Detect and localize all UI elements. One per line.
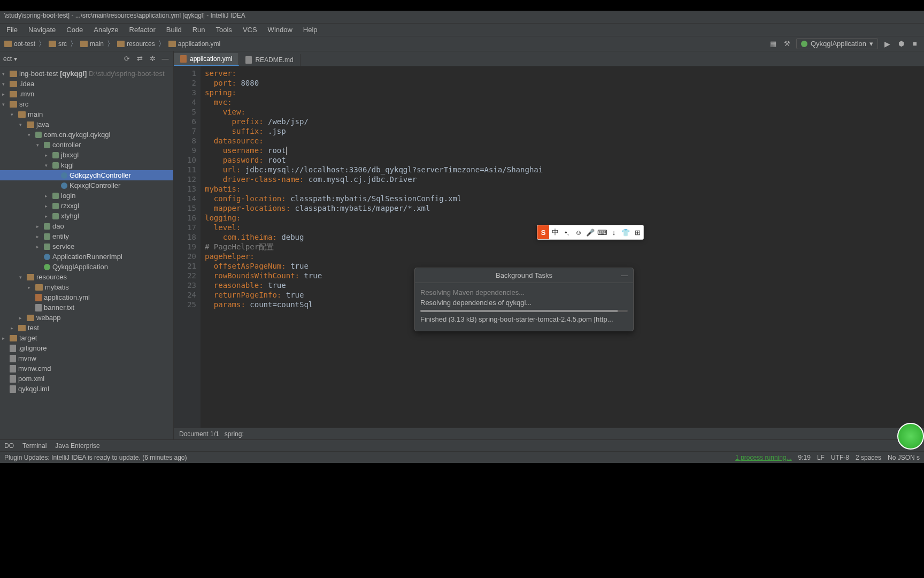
assistant-bubble[interactable]	[897, 423, 924, 450]
hammer-icon[interactable]: ⚒	[782, 39, 792, 49]
ime-button[interactable]: ⌨	[596, 225, 608, 239]
tree-item-dao[interactable]: ▸dao	[0, 221, 173, 231]
tree-item-mvnw-cmd[interactable]: mvnw.cmd	[0, 363, 173, 374]
chevron-down-icon[interactable]: ▾	[14, 55, 17, 63]
build-icon[interactable]: ▦	[768, 39, 778, 49]
ime-button[interactable]: ↓	[608, 225, 620, 239]
yaml-path[interactable]: spring:	[225, 430, 244, 438]
menu-file[interactable]: File	[2, 25, 22, 35]
line-separator[interactable]: LF	[817, 454, 825, 461]
ime-button[interactable]: ☺	[573, 225, 584, 239]
ime-button[interactable]: 👕	[620, 225, 632, 239]
minimize-icon[interactable]: —	[621, 271, 628, 279]
tree-item-src[interactable]: ▾src	[0, 99, 173, 109]
select-opened-file-icon[interactable]: ⟳	[122, 54, 132, 64]
ime-button[interactable]: •,	[561, 225, 573, 239]
menu-navigate[interactable]: Navigate	[24, 25, 60, 35]
class-icon	[61, 182, 67, 189]
folder-icon	[18, 111, 26, 118]
tool-window-terminal[interactable]: Terminal	[22, 442, 47, 450]
tree-item-qykqglapplication[interactable]: QykqglApplication	[0, 262, 173, 272]
pkg-icon	[52, 152, 59, 158]
chevron-right-icon: 〉	[70, 39, 77, 49]
tree-item-controller[interactable]: ▾controller	[0, 140, 173, 150]
class-icon	[44, 254, 50, 260]
tree-item-banner-txt[interactable]: banner.txt	[0, 302, 173, 313]
breadcrumb-item[interactable]: application.yml	[168, 40, 220, 48]
project-tree[interactable]: ▾ing-boot-test [qykqgl] D:\study\spring-…	[0, 66, 173, 439]
tab-readme-md[interactable]: README.md	[239, 54, 300, 66]
tree-item-mybatis[interactable]: ▸mybatis	[0, 282, 173, 292]
menu-run[interactable]: Run	[188, 25, 210, 35]
menu-help[interactable]: Help	[299, 25, 322, 35]
debug-button[interactable]: ⬢	[896, 39, 906, 49]
stop-button[interactable]: ■	[910, 39, 920, 49]
tree-item-target[interactable]: ▸target	[0, 333, 173, 343]
tree-item-pom-xml[interactable]: pom.xml	[0, 374, 173, 384]
tree-item-service[interactable]: ▸service	[0, 241, 173, 252]
collapse-icon[interactable]: ⇄	[135, 54, 144, 64]
tree-item-webapp[interactable]: ▸webapp	[0, 313, 173, 323]
tree-item-rzxxgl[interactable]: ▸rzxxgl	[0, 201, 173, 211]
tree-item-kqxxglcontroller[interactable]: KqxxglController	[0, 180, 173, 191]
tree-item-application-yml[interactable]: application.yml	[0, 292, 173, 302]
run-button[interactable]: ▶	[882, 39, 892, 49]
ime-button[interactable]: 中	[549, 225, 561, 239]
spring-icon	[44, 264, 50, 270]
pkg-icon	[52, 213, 59, 219]
tree-item-login[interactable]: ▸login	[0, 191, 173, 201]
indent[interactable]: 2 spaces	[856, 454, 881, 461]
tree-root[interactable]: ▾ing-boot-test [qykqgl] D:\study\spring-…	[0, 69, 173, 79]
editor-tabs: application.ymlREADME.md	[174, 51, 924, 66]
gear-icon[interactable]: ✲	[148, 54, 157, 64]
tree-item--gitignore[interactable]: .gitignore	[0, 343, 173, 353]
ime-button[interactable]: S	[537, 225, 549, 239]
code-editor[interactable]: 1234567891011121314151617181920212223242…	[174, 66, 924, 428]
project-panel: ect ▾ ⟳ ⇄ ✲ — ▾ing-boot-test [qykqgl] D:…	[0, 51, 174, 439]
encoding[interactable]: UTF-8	[831, 454, 849, 461]
ime-button[interactable]: 🎤	[584, 225, 596, 239]
menu-refactor[interactable]: Refactor	[125, 25, 160, 35]
tree-item-kqgl[interactable]: ▾kqgl	[0, 160, 173, 170]
processes-link[interactable]: 1 process running...	[735, 454, 791, 461]
tree-item-entity[interactable]: ▸entity	[0, 231, 173, 241]
tree-item--idea[interactable]: ▾.idea	[0, 79, 173, 89]
tool-window-do[interactable]: DO	[4, 442, 14, 450]
menu-vcs[interactable]: VCS	[238, 25, 261, 35]
json-schema[interactable]: No JSON s	[888, 454, 920, 461]
run-config-dropdown[interactable]: QykqglApplication ▾	[796, 38, 878, 49]
menu-window[interactable]: Window	[264, 25, 297, 35]
menu-build[interactable]: Build	[162, 25, 186, 35]
gutter: 1234567891011121314151617181920212223242…	[174, 66, 201, 428]
folder-icon	[27, 274, 34, 280]
tool-window-java-enterprise[interactable]: Java Enterprise	[55, 442, 99, 450]
menu-analyze[interactable]: Analyze	[89, 25, 122, 35]
tree-item-test[interactable]: ▸test	[0, 323, 173, 333]
breadcrumb-item[interactable]: src	[49, 40, 67, 48]
menu-code[interactable]: Code	[62, 25, 87, 35]
progress-bar: ✕	[420, 310, 628, 312]
breadcrumb-item[interactable]: oot-test	[4, 40, 35, 48]
hide-icon[interactable]: —	[160, 54, 170, 64]
tab-application-yml[interactable]: application.yml	[174, 53, 239, 66]
tree-item-applicationrunnerimpl[interactable]: ApplicationRunnerImpl	[0, 252, 173, 262]
tree-item-qykqgl-iml[interactable]: qykqgl.iml	[0, 384, 173, 394]
ime-button[interactable]: ⊞	[632, 225, 643, 239]
folder-icon	[117, 41, 125, 47]
tree-item--mvn[interactable]: ▸.mvn	[0, 89, 173, 99]
folder-icon	[27, 121, 34, 128]
tree-item-jbxxgl[interactable]: ▸jbxxgl	[0, 150, 173, 160]
menu-tools[interactable]: Tools	[212, 25, 236, 35]
code-lines[interactable]: server: port: 8080spring: mvc: view: pre…	[201, 66, 924, 428]
tree-item-com-cn-qykqgl-qykqgl[interactable]: ▾com.cn.qykqgl.qykqgl	[0, 130, 173, 140]
file-icon	[10, 365, 16, 372]
tree-item-java[interactable]: ▾java	[0, 119, 173, 130]
tree-item-gdkqzydhcontroller[interactable]: GdkqzydhController	[0, 170, 173, 180]
tree-item-resources[interactable]: ▾resources	[0, 272, 173, 282]
tree-item-main[interactable]: ▾main	[0, 109, 173, 119]
tree-item-mvnw[interactable]: mvnw	[0, 353, 173, 363]
tree-item-xtyhgl[interactable]: ▸xtyhgl	[0, 211, 173, 221]
breadcrumb-item[interactable]: main	[80, 40, 104, 48]
ime-toolbar[interactable]: S中•,☺🎤⌨↓👕⊞	[537, 225, 644, 240]
breadcrumb-item[interactable]: resources	[117, 40, 155, 48]
